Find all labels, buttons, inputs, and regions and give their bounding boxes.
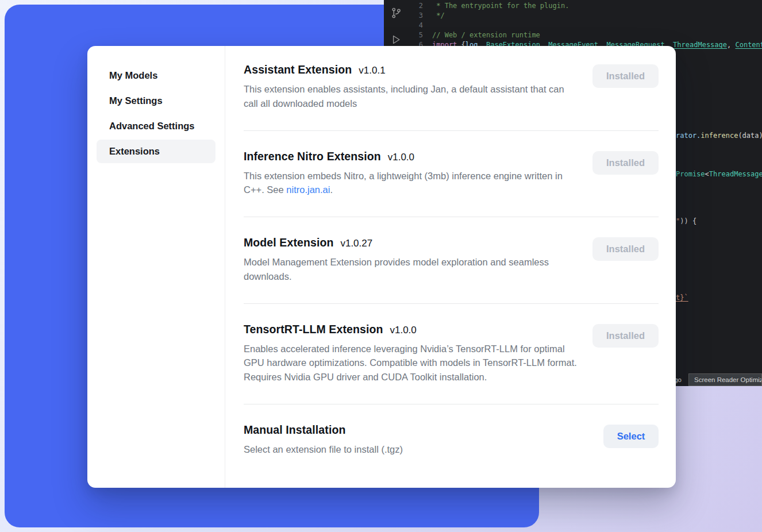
code-area: 2 * The entrypoint for the plugin. 3 */ …	[408, 1, 762, 50]
source-control-icon	[390, 7, 402, 19]
installed-button[interactable]: Installed	[592, 237, 659, 261]
nav-item-my-models[interactable]: My Models	[97, 64, 215, 87]
extension-version: v1.0.27	[340, 238, 372, 249]
extension-description: This extension enables assistants, inclu…	[244, 82, 580, 111]
extension-title: Assistant Extension	[244, 63, 352, 76]
nitro-jan-ai-link[interactable]: nitro.jan.ai	[286, 184, 330, 195]
code-fragment: Promise<ThreadMessage>	[676, 170, 762, 178]
extension-description: Enables accelerated inference leveraging…	[244, 342, 580, 384]
manual-installation-description: Select an extension file to install (.tg…	[244, 442, 403, 457]
settings-nav: My Models My Settings Advanced Settings …	[87, 46, 225, 488]
screen-reader-badge: Screen Reader Optimize	[688, 373, 762, 386]
page-background: 2 * The entrypoint for the plugin. 3 */ …	[0, 0, 762, 532]
installed-button[interactable]: Installed	[592, 64, 659, 88]
run-icon	[390, 34, 402, 45]
extension-section-tensorrt: TensortRT-LLM Extension v1.0.0 Enables a…	[244, 304, 659, 404]
code-line: 5// Web / extension runtime	[408, 30, 762, 40]
installed-button[interactable]: Installed	[592, 151, 659, 175]
code-line: 2 * The entrypoint for the plugin.	[408, 1, 762, 11]
code-line: 3 */	[408, 11, 762, 21]
settings-modal: My Models My Settings Advanced Settings …	[87, 46, 676, 488]
extension-title: TensortRT-LLM Extension	[244, 323, 383, 336]
code-fragment: rator.inference(data));	[676, 132, 762, 140]
nav-item-my-settings[interactable]: My Settings	[97, 89, 215, 113]
installed-button[interactable]: Installed	[592, 324, 659, 348]
extension-title: Model Extension	[244, 236, 333, 249]
manual-installation-section: Manual Installation Select an extension …	[244, 404, 659, 476]
extension-title: Inference Nitro Extension	[244, 150, 381, 163]
nav-item-advanced-settings[interactable]: Advanced Settings	[97, 114, 215, 138]
nav-item-extensions[interactable]: Extensions	[97, 140, 215, 163]
select-file-button[interactable]: Select	[603, 425, 659, 448]
line-number: 4	[408, 21, 423, 30]
line-number: 3	[408, 11, 423, 21]
extensions-panel: Assistant Extension v1.0.1 This extensio…	[225, 46, 676, 488]
extension-section-model: Model Extension v1.0.27 Model Management…	[244, 217, 659, 304]
line-number: 5	[408, 30, 423, 40]
extension-version: v1.0.0	[388, 152, 414, 163]
extension-description: This extension embeds Nitro, a lightweig…	[244, 169, 580, 198]
code-line: 4	[408, 21, 762, 30]
extension-version: v1.0.1	[359, 65, 385, 76]
extension-description: Model Management Extension provides mode…	[244, 255, 580, 284]
code-fragment: t}`	[676, 294, 688, 302]
extension-version: v1.0.0	[390, 325, 416, 336]
line-number: 2	[408, 1, 423, 11]
extension-section-nitro: Inference Nitro Extension v1.0.0 This ex…	[244, 131, 659, 218]
manual-installation-title: Manual Installation	[244, 423, 345, 437]
extension-section-assistant: Assistant Extension v1.0.1 This extensio…	[244, 46, 659, 131]
code-fragment: ")) {	[676, 217, 696, 225]
